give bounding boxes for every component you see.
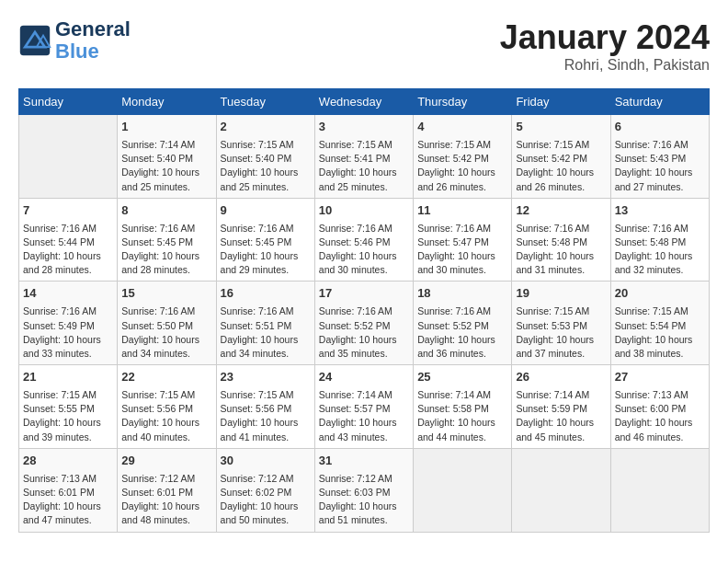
title-block: January 2024 Rohri, Sindh, Pakistan xyxy=(500,18,710,74)
calendar-cell: 17Sunrise: 7:16 AMSunset: 5:52 PMDayligh… xyxy=(314,282,413,365)
day-number: 7 xyxy=(23,202,113,220)
day-info: Sunrise: 7:16 AMSunset: 5:51 PMDaylight:… xyxy=(221,304,311,361)
day-info: Sunrise: 7:16 AMSunset: 5:45 PMDaylight:… xyxy=(221,222,311,278)
day-number: 27 xyxy=(615,369,705,386)
month-title: January 2024 xyxy=(500,18,710,57)
page-header: GeneralBlue January 2024 Rohri, Sindh, P… xyxy=(18,18,710,74)
day-number: 17 xyxy=(319,285,409,303)
calendar-cell: 30Sunrise: 7:12 AMSunset: 6:02 PMDayligh… xyxy=(216,448,314,532)
calendar-cell: 8Sunrise: 7:16 AMSunset: 5:45 PMDaylight… xyxy=(118,198,216,282)
day-number: 4 xyxy=(417,119,507,136)
weekday-header-friday: Friday xyxy=(512,89,610,115)
calendar-cell xyxy=(19,115,118,199)
day-info: Sunrise: 7:15 AMSunset: 5:56 PMDaylight:… xyxy=(121,388,211,444)
day-info: Sunrise: 7:16 AMSunset: 5:52 PMDaylight:… xyxy=(319,304,409,361)
day-info: Sunrise: 7:15 AMSunset: 5:42 PMDaylight:… xyxy=(516,138,606,194)
calendar-cell: 26Sunrise: 7:14 AMSunset: 5:59 PMDayligh… xyxy=(512,365,610,449)
calendar-cell: 19Sunrise: 7:15 AMSunset: 5:53 PMDayligh… xyxy=(512,282,610,365)
calendar-cell: 9Sunrise: 7:16 AMSunset: 5:45 PMDaylight… xyxy=(216,198,314,282)
weekday-header-wednesday: Wednesday xyxy=(314,89,413,115)
day-info: Sunrise: 7:16 AMSunset: 5:49 PMDaylight:… xyxy=(23,304,113,361)
day-number: 6 xyxy=(615,119,705,136)
day-number: 21 xyxy=(23,369,113,386)
day-info: Sunrise: 7:14 AMSunset: 5:57 PMDaylight:… xyxy=(319,388,409,444)
day-number: 13 xyxy=(615,202,705,220)
day-number: 19 xyxy=(516,285,606,303)
calendar-cell: 25Sunrise: 7:14 AMSunset: 5:58 PMDayligh… xyxy=(414,365,512,449)
day-number: 30 xyxy=(221,453,311,470)
day-number: 8 xyxy=(121,202,211,220)
day-info: Sunrise: 7:15 AMSunset: 5:54 PMDaylight:… xyxy=(615,304,705,361)
day-number: 5 xyxy=(516,119,606,136)
day-info: Sunrise: 7:15 AMSunset: 5:56 PMDaylight:… xyxy=(221,388,311,444)
day-info: Sunrise: 7:16 AMSunset: 5:46 PMDaylight:… xyxy=(319,222,409,278)
calendar-week-1: 1Sunrise: 7:14 AMSunset: 5:40 PMDaylight… xyxy=(19,115,710,199)
logo-icon xyxy=(18,24,51,57)
calendar-week-3: 14Sunrise: 7:16 AMSunset: 5:49 PMDayligh… xyxy=(19,282,710,365)
day-number: 22 xyxy=(121,369,211,386)
calendar-cell: 22Sunrise: 7:15 AMSunset: 5:56 PMDayligh… xyxy=(118,365,216,449)
calendar-table: SundayMondayTuesdayWednesdayThursdayFrid… xyxy=(18,88,710,533)
day-info: Sunrise: 7:16 AMSunset: 5:44 PMDaylight:… xyxy=(23,222,113,278)
day-number: 28 xyxy=(23,453,113,470)
calendar-cell: 5Sunrise: 7:15 AMSunset: 5:42 PMDaylight… xyxy=(512,115,610,199)
calendar-cell: 2Sunrise: 7:15 AMSunset: 5:40 PMDaylight… xyxy=(216,115,314,199)
weekday-header-thursday: Thursday xyxy=(414,89,512,115)
calendar-cell: 20Sunrise: 7:15 AMSunset: 5:54 PMDayligh… xyxy=(610,282,709,365)
day-info: Sunrise: 7:13 AMSunset: 6:01 PMDaylight:… xyxy=(23,472,113,528)
day-info: Sunrise: 7:12 AMSunset: 6:01 PMDaylight:… xyxy=(121,472,211,528)
day-number: 24 xyxy=(319,369,409,386)
calendar-cell: 10Sunrise: 7:16 AMSunset: 5:46 PMDayligh… xyxy=(314,198,413,282)
day-number: 23 xyxy=(221,369,311,386)
day-number: 11 xyxy=(417,202,507,220)
day-info: Sunrise: 7:15 AMSunset: 5:53 PMDaylight:… xyxy=(516,304,606,361)
day-number: 1 xyxy=(121,119,211,136)
day-info: Sunrise: 7:14 AMSunset: 5:40 PMDaylight:… xyxy=(121,138,211,194)
day-info: Sunrise: 7:16 AMSunset: 5:50 PMDaylight:… xyxy=(121,304,211,361)
weekday-header-saturday: Saturday xyxy=(610,89,709,115)
day-number: 16 xyxy=(221,285,311,303)
day-info: Sunrise: 7:16 AMSunset: 5:48 PMDaylight:… xyxy=(516,222,606,278)
logo-text: GeneralBlue xyxy=(55,18,131,63)
calendar-cell: 21Sunrise: 7:15 AMSunset: 5:55 PMDayligh… xyxy=(19,365,118,449)
day-number: 18 xyxy=(417,285,507,303)
calendar-cell: 27Sunrise: 7:13 AMSunset: 6:00 PMDayligh… xyxy=(610,365,709,449)
calendar-cell xyxy=(512,448,610,532)
calendar-cell: 14Sunrise: 7:16 AMSunset: 5:49 PMDayligh… xyxy=(19,282,118,365)
calendar-cell: 13Sunrise: 7:16 AMSunset: 5:48 PMDayligh… xyxy=(610,198,709,282)
weekday-header-tuesday: Tuesday xyxy=(216,89,314,115)
day-info: Sunrise: 7:16 AMSunset: 5:45 PMDaylight:… xyxy=(121,222,211,278)
day-info: Sunrise: 7:15 AMSunset: 5:40 PMDaylight:… xyxy=(221,138,311,194)
day-info: Sunrise: 7:15 AMSunset: 5:55 PMDaylight:… xyxy=(23,388,113,444)
day-info: Sunrise: 7:16 AMSunset: 5:48 PMDaylight:… xyxy=(615,222,705,278)
day-number: 31 xyxy=(319,453,409,470)
location: Rohri, Sindh, Pakistan xyxy=(500,57,710,74)
weekday-header-row: SundayMondayTuesdayWednesdayThursdayFrid… xyxy=(19,89,710,115)
calendar-week-2: 7Sunrise: 7:16 AMSunset: 5:44 PMDaylight… xyxy=(19,198,710,282)
day-number: 15 xyxy=(121,285,211,303)
day-info: Sunrise: 7:12 AMSunset: 6:03 PMDaylight:… xyxy=(319,472,409,528)
calendar-cell: 3Sunrise: 7:15 AMSunset: 5:41 PMDaylight… xyxy=(314,115,413,199)
calendar-cell: 16Sunrise: 7:16 AMSunset: 5:51 PMDayligh… xyxy=(216,282,314,365)
calendar-cell: 23Sunrise: 7:15 AMSunset: 5:56 PMDayligh… xyxy=(216,365,314,449)
day-info: Sunrise: 7:15 AMSunset: 5:41 PMDaylight:… xyxy=(319,138,409,194)
calendar-cell: 29Sunrise: 7:12 AMSunset: 6:01 PMDayligh… xyxy=(118,448,216,532)
day-number: 25 xyxy=(417,369,507,386)
day-info: Sunrise: 7:13 AMSunset: 6:00 PMDaylight:… xyxy=(615,388,705,444)
calendar-cell: 7Sunrise: 7:16 AMSunset: 5:44 PMDaylight… xyxy=(19,198,118,282)
day-info: Sunrise: 7:12 AMSunset: 6:02 PMDaylight:… xyxy=(221,472,311,528)
calendar-cell: 1Sunrise: 7:14 AMSunset: 5:40 PMDaylight… xyxy=(118,115,216,199)
calendar-cell: 6Sunrise: 7:16 AMSunset: 5:43 PMDaylight… xyxy=(610,115,709,199)
calendar-cell: 24Sunrise: 7:14 AMSunset: 5:57 PMDayligh… xyxy=(314,365,413,449)
calendar-cell: 15Sunrise: 7:16 AMSunset: 5:50 PMDayligh… xyxy=(118,282,216,365)
logo: GeneralBlue xyxy=(18,18,131,63)
day-number: 10 xyxy=(319,202,409,220)
day-info: Sunrise: 7:16 AMSunset: 5:43 PMDaylight:… xyxy=(615,138,705,194)
weekday-header-monday: Monday xyxy=(118,89,216,115)
day-number: 29 xyxy=(121,453,211,470)
calendar-week-5: 28Sunrise: 7:13 AMSunset: 6:01 PMDayligh… xyxy=(19,448,710,532)
calendar-cell xyxy=(610,448,709,532)
day-info: Sunrise: 7:15 AMSunset: 5:42 PMDaylight:… xyxy=(417,138,507,194)
day-number: 2 xyxy=(221,119,311,136)
calendar-week-4: 21Sunrise: 7:15 AMSunset: 5:55 PMDayligh… xyxy=(19,365,710,449)
